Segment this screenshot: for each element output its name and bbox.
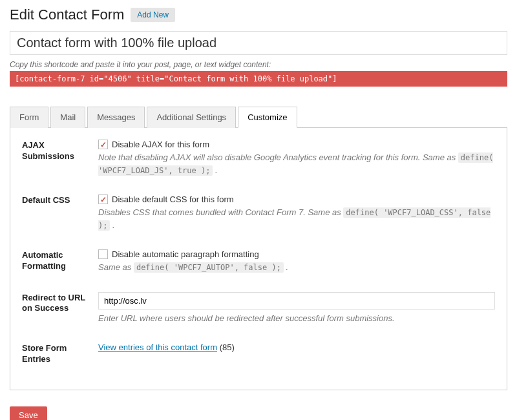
tab-additional-settings[interactable]: Additional Settings [147, 107, 236, 128]
css-label: Default CSS [22, 194, 87, 206]
tab-form[interactable]: Form [10, 107, 48, 128]
setting-entries: Store Form Entries View entries of this … [22, 342, 495, 365]
tab-mail[interactable]: Mail [50, 107, 85, 128]
css-description: Disables CSS that comes bundled with Con… [98, 206, 495, 231]
autop-checkbox[interactable] [98, 249, 108, 259]
shortcode-hint: Copy this shortcode and paste it into yo… [10, 60, 507, 69]
view-entries-link[interactable]: View entries of this contact form [98, 342, 217, 352]
ajax-description: Note that disabling AJAX will also disab… [98, 151, 495, 176]
setting-css: Default CSS Disable default CSS for this… [22, 194, 495, 231]
ajax-label: AJAX Submissions [22, 140, 87, 162]
settings-panel: AJAX Submissions Disable AJAX for this f… [10, 128, 507, 390]
setting-ajax: AJAX Submissions Disable AJAX for this f… [22, 140, 495, 176]
save-button[interactable]: Save [10, 406, 47, 420]
add-new-button[interactable]: Add New [131, 8, 175, 22]
ajax-checkbox-label: Disable AJAX for this form [112, 140, 209, 149]
css-checkbox-label: Disable default CSS for this form [112, 194, 234, 204]
page-title: Edit Contact Form [10, 6, 124, 23]
form-title-input[interactable] [10, 31, 507, 55]
entries-count: (85) [220, 342, 235, 352]
autop-checkbox-label: Disable automatic paragraph formatting [112, 249, 259, 259]
entries-label: Store Form Entries [22, 342, 87, 365]
redirect-description: Enter URL where users should be redirect… [98, 312, 495, 325]
css-checkbox[interactable] [98, 194, 108, 204]
autop-code: define( 'WPCF7_AUTOP', false ); [134, 262, 284, 273]
tabs: Form Mail Messages Additional Settings C… [10, 106, 507, 128]
autop-description: Same as define( 'WPCF7_AUTOP', false ); … [98, 261, 495, 274]
autop-label: Automatic Formatting [22, 249, 87, 272]
redirect-url-input[interactable] [98, 292, 495, 310]
setting-redirect: Redirect to URL on Success Enter URL whe… [22, 292, 495, 325]
tab-messages[interactable]: Messages [87, 107, 145, 128]
shortcode-code[interactable]: [contact-form-7 id="4506" title="Contact… [10, 71, 507, 87]
setting-autop: Automatic Formatting Disable automatic p… [22, 249, 495, 274]
ajax-checkbox[interactable] [98, 140, 108, 149]
redirect-label: Redirect to URL on Success [22, 292, 87, 315]
tab-customize[interactable]: Customize [238, 107, 297, 128]
